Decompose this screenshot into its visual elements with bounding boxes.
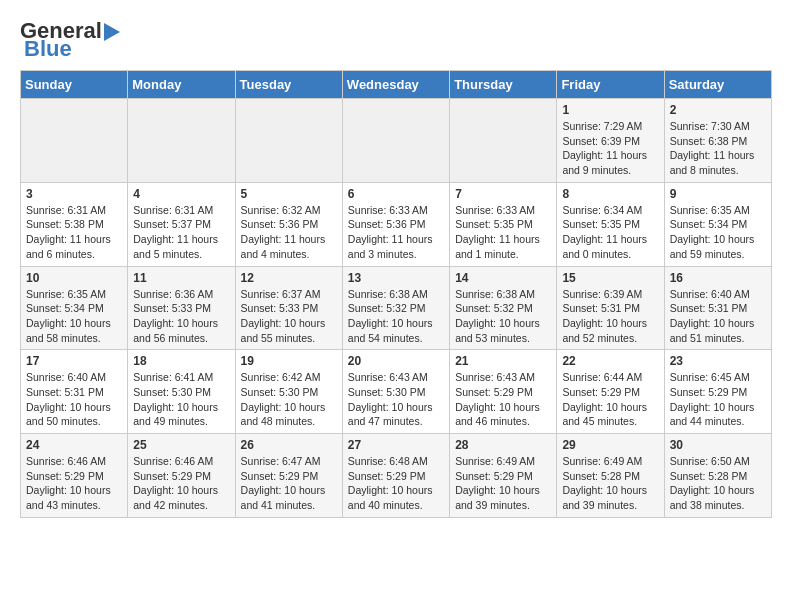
day-info: Sunset: 5:31 PM	[26, 385, 122, 400]
day-info: Sunrise: 6:46 AM	[133, 454, 229, 469]
logo-arrow-icon	[104, 23, 120, 41]
day-info: Sunset: 5:37 PM	[133, 217, 229, 232]
day-info: Sunrise: 6:31 AM	[133, 203, 229, 218]
day-info: Sunset: 5:28 PM	[670, 469, 766, 484]
day-number: 12	[241, 271, 337, 285]
calendar-day-cell: 17Sunrise: 6:40 AMSunset: 5:31 PMDayligh…	[21, 350, 128, 434]
calendar-day-cell: 9Sunrise: 6:35 AMSunset: 5:34 PMDaylight…	[664, 182, 771, 266]
day-info: Sunrise: 6:35 AM	[670, 203, 766, 218]
day-info: Sunrise: 6:38 AM	[348, 287, 444, 302]
calendar-day-cell: 11Sunrise: 6:36 AMSunset: 5:33 PMDayligh…	[128, 266, 235, 350]
calendar-day-cell	[128, 99, 235, 183]
day-info: Daylight: 11 hours and 3 minutes.	[348, 232, 444, 261]
day-number: 16	[670, 271, 766, 285]
day-info: Daylight: 10 hours and 43 minutes.	[26, 483, 122, 512]
day-info: Sunset: 5:36 PM	[348, 217, 444, 232]
calendar-day-cell: 12Sunrise: 6:37 AMSunset: 5:33 PMDayligh…	[235, 266, 342, 350]
day-info: Sunset: 6:39 PM	[562, 134, 658, 149]
day-number: 30	[670, 438, 766, 452]
weekday-header: Sunday	[21, 71, 128, 99]
calendar-week-row: 3Sunrise: 6:31 AMSunset: 5:38 PMDaylight…	[21, 182, 772, 266]
day-info: Daylight: 10 hours and 58 minutes.	[26, 316, 122, 345]
calendar-day-cell: 26Sunrise: 6:47 AMSunset: 5:29 PMDayligh…	[235, 434, 342, 518]
weekday-header: Monday	[128, 71, 235, 99]
day-info: Sunrise: 6:47 AM	[241, 454, 337, 469]
weekday-header: Saturday	[664, 71, 771, 99]
calendar-day-cell: 2Sunrise: 7:30 AMSunset: 6:38 PMDaylight…	[664, 99, 771, 183]
header: General Blue	[20, 20, 772, 60]
day-info: Daylight: 10 hours and 54 minutes.	[348, 316, 444, 345]
day-number: 14	[455, 271, 551, 285]
day-info: Sunset: 5:29 PM	[133, 469, 229, 484]
day-info: Sunset: 5:36 PM	[241, 217, 337, 232]
day-number: 25	[133, 438, 229, 452]
day-info: Daylight: 10 hours and 48 minutes.	[241, 400, 337, 429]
calendar-week-row: 10Sunrise: 6:35 AMSunset: 5:34 PMDayligh…	[21, 266, 772, 350]
day-info: Sunset: 5:29 PM	[348, 469, 444, 484]
calendar-day-cell: 13Sunrise: 6:38 AMSunset: 5:32 PMDayligh…	[342, 266, 449, 350]
day-info: Daylight: 11 hours and 4 minutes.	[241, 232, 337, 261]
day-number: 13	[348, 271, 444, 285]
calendar-week-row: 17Sunrise: 6:40 AMSunset: 5:31 PMDayligh…	[21, 350, 772, 434]
day-info: Sunrise: 6:38 AM	[455, 287, 551, 302]
weekday-header: Friday	[557, 71, 664, 99]
day-number: 18	[133, 354, 229, 368]
day-number: 26	[241, 438, 337, 452]
logo: General Blue	[20, 20, 120, 60]
day-number: 5	[241, 187, 337, 201]
calendar-day-cell	[21, 99, 128, 183]
calendar-day-cell: 7Sunrise: 6:33 AMSunset: 5:35 PMDaylight…	[450, 182, 557, 266]
day-info: Sunrise: 7:30 AM	[670, 119, 766, 134]
day-info: Sunset: 5:32 PM	[455, 301, 551, 316]
day-info: Sunset: 5:34 PM	[26, 301, 122, 316]
day-number: 1	[562, 103, 658, 117]
day-number: 27	[348, 438, 444, 452]
day-info: Sunrise: 6:49 AM	[455, 454, 551, 469]
day-info: Sunset: 5:30 PM	[348, 385, 444, 400]
day-info: Sunset: 5:31 PM	[670, 301, 766, 316]
weekday-header: Tuesday	[235, 71, 342, 99]
calendar-header: SundayMondayTuesdayWednesdayThursdayFrid…	[21, 71, 772, 99]
calendar-day-cell: 20Sunrise: 6:43 AMSunset: 5:30 PMDayligh…	[342, 350, 449, 434]
day-info: Sunset: 5:34 PM	[670, 217, 766, 232]
day-info: Daylight: 10 hours and 59 minutes.	[670, 232, 766, 261]
day-info: Daylight: 10 hours and 49 minutes.	[133, 400, 229, 429]
day-info: Sunrise: 6:45 AM	[670, 370, 766, 385]
day-info: Sunset: 5:33 PM	[133, 301, 229, 316]
day-info: Daylight: 10 hours and 52 minutes.	[562, 316, 658, 345]
calendar-day-cell	[342, 99, 449, 183]
day-info: Daylight: 10 hours and 41 minutes.	[241, 483, 337, 512]
day-info: Sunset: 5:32 PM	[348, 301, 444, 316]
calendar-week-row: 1Sunrise: 7:29 AMSunset: 6:39 PMDaylight…	[21, 99, 772, 183]
day-number: 7	[455, 187, 551, 201]
day-info: Sunset: 5:29 PM	[670, 385, 766, 400]
day-number: 9	[670, 187, 766, 201]
calendar-day-cell: 27Sunrise: 6:48 AMSunset: 5:29 PMDayligh…	[342, 434, 449, 518]
calendar-day-cell: 1Sunrise: 7:29 AMSunset: 6:39 PMDaylight…	[557, 99, 664, 183]
day-info: Daylight: 10 hours and 45 minutes.	[562, 400, 658, 429]
day-info: Daylight: 10 hours and 50 minutes.	[26, 400, 122, 429]
day-number: 2	[670, 103, 766, 117]
day-info: Daylight: 10 hours and 47 minutes.	[348, 400, 444, 429]
day-number: 17	[26, 354, 122, 368]
day-number: 28	[455, 438, 551, 452]
day-number: 21	[455, 354, 551, 368]
calendar-day-cell: 14Sunrise: 6:38 AMSunset: 5:32 PMDayligh…	[450, 266, 557, 350]
calendar-day-cell: 29Sunrise: 6:49 AMSunset: 5:28 PMDayligh…	[557, 434, 664, 518]
day-number: 24	[26, 438, 122, 452]
day-info: Sunrise: 6:42 AM	[241, 370, 337, 385]
logo-blue-text: Blue	[24, 36, 72, 61]
calendar-day-cell: 3Sunrise: 6:31 AMSunset: 5:38 PMDaylight…	[21, 182, 128, 266]
day-info: Sunset: 5:29 PM	[562, 385, 658, 400]
day-info: Sunset: 5:30 PM	[133, 385, 229, 400]
day-number: 20	[348, 354, 444, 368]
day-number: 6	[348, 187, 444, 201]
day-info: Daylight: 10 hours and 46 minutes.	[455, 400, 551, 429]
day-info: Sunset: 5:29 PM	[455, 385, 551, 400]
day-info: Daylight: 11 hours and 9 minutes.	[562, 148, 658, 177]
calendar-day-cell: 28Sunrise: 6:49 AMSunset: 5:29 PMDayligh…	[450, 434, 557, 518]
day-info: Daylight: 10 hours and 51 minutes.	[670, 316, 766, 345]
calendar-body: 1Sunrise: 7:29 AMSunset: 6:39 PMDaylight…	[21, 99, 772, 518]
weekday-header: Wednesday	[342, 71, 449, 99]
calendar-day-cell: 24Sunrise: 6:46 AMSunset: 5:29 PMDayligh…	[21, 434, 128, 518]
